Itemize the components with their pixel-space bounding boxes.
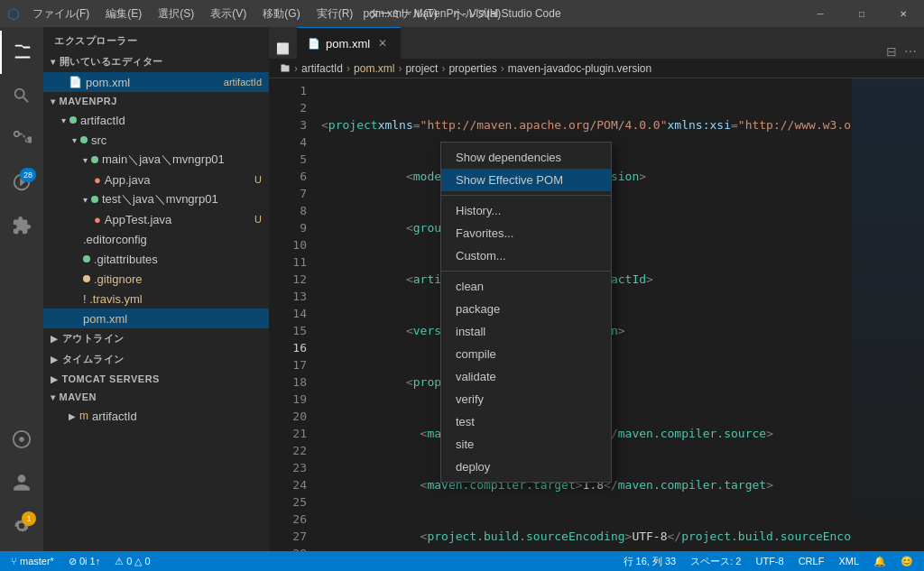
tree-gitattributes[interactable]: .gitattributes <box>43 249 269 269</box>
code-line-9: <project.build.sourceEncoding>UTF-8</pro… <box>314 528 852 545</box>
ctx-deploy[interactable]: deploy <box>441 456 611 478</box>
main-layout: 28 1 エクスプローラー ▾ 開いているエディター <box>0 27 924 551</box>
tree-artifactId[interactable]: ▾ artifactId <box>43 110 269 130</box>
encoding-status[interactable]: UTF-8 <box>752 551 787 571</box>
line-ending-status[interactable]: CRLF <box>795 551 828 571</box>
settings-activity-icon[interactable]: 1 <box>0 504 43 548</box>
feedback-status[interactable]: 😊 <box>897 551 917 571</box>
window-controls: ─ □ ✕ <box>799 0 924 27</box>
remote-status[interactable]: 🔔 <box>870 551 890 571</box>
timeline-label: タイムライン <box>62 353 125 366</box>
maven-artifactid[interactable]: ▶ m artifactId <box>43 406 269 426</box>
ctx-favorites[interactable]: Favorites... <box>441 222 611 244</box>
ctx-package[interactable]: package <box>441 298 611 320</box>
ctx-separator-2 <box>441 271 611 272</box>
breadcrumb-artifactid[interactable]: artifactId <box>301 62 343 75</box>
code-line-1: <project xmlns="http://maven.apache.org/… <box>314 116 852 134</box>
timeline-header[interactable]: ▶ タイムライン <box>43 349 269 370</box>
project-header[interactable]: ▾ MAVENPRJ <box>43 92 269 110</box>
line-ending-label: CRLF <box>799 556 825 566</box>
menu-run[interactable]: 実行(R) <box>310 5 361 23</box>
menu-view[interactable]: 表示(V) <box>203 5 254 23</box>
ctx-compile[interactable]: compile <box>441 343 611 365</box>
explorer-activity-icon[interactable] <box>0 31 43 74</box>
close-button[interactable]: ✕ <box>882 0 924 27</box>
tab-pom-xml[interactable]: 📄 pom.xml ✕ <box>297 27 401 59</box>
extensions-activity-icon[interactable] <box>0 204 43 247</box>
git-branch-label: master* <box>20 556 54 566</box>
breadcrumb-version[interactable]: maven-javadoc-plugin.version <box>508 62 651 75</box>
warnings-status[interactable]: ⚠ 0 △ 0 <box>111 551 153 571</box>
debug-activity-icon[interactable]: 28 <box>0 161 43 204</box>
ctx-show-dependencies[interactable]: Show dependencies <box>441 146 611 169</box>
tree-main-java[interactable]: ▾ main＼java＼mvngrp01 <box>43 150 269 170</box>
maven-header[interactable]: ▾ MAVEN <box>43 388 269 406</box>
ctx-test[interactable]: test <box>441 410 611 433</box>
maven-chevron: ▾ <box>51 392 56 402</box>
cursor-position-label: 行 16, 列 33 <box>624 555 677 568</box>
ctx-show-effective-pom[interactable]: Show Effective POM <box>441 169 611 191</box>
breadcrumb-project[interactable]: project <box>405 62 438 75</box>
maven-icon: m <box>79 410 88 422</box>
maximize-button[interactable]: □ <box>841 0 882 27</box>
explorer-section: ▾ 開いているエディター 📄 pom.xml artifactId ▾ MAVE… <box>43 51 269 551</box>
ctx-separator-1 <box>441 195 611 196</box>
ctx-verify[interactable]: verify <box>441 388 611 410</box>
language-label: XML <box>838 556 859 566</box>
git-branch-status[interactable]: ⑂ master* <box>7 551 58 571</box>
editor-area: ⬜ 📄 pom.xml ✕ ⊟ ⋯ › artifactId › pom.xml <box>269 27 924 551</box>
errors-status[interactable]: ⊘ 0i 1↑ <box>65 551 104 571</box>
tree-pom-xml[interactable]: pom.xml <box>43 309 269 328</box>
breadcrumb-pomxml[interactable]: pom.xml <box>354 62 394 75</box>
ctx-history[interactable]: History... <box>441 199 611 222</box>
breadcrumb-properties[interactable]: properties <box>448 62 496 75</box>
feedback-icon: 😊 <box>901 556 913 567</box>
dot-icon <box>91 196 98 203</box>
ctx-site[interactable]: site <box>441 433 611 456</box>
tree-app-java[interactable]: ● App.java U <box>43 170 269 189</box>
breadcrumb: › artifactId › pom.xml › project › prope… <box>269 59 924 78</box>
open-editors-header[interactable]: ▾ 開いているエディター <box>43 51 269 72</box>
ctx-validate[interactable]: validate <box>441 365 611 388</box>
activity-bar-bottom: 1 <box>0 418 43 551</box>
menu-file[interactable]: ファイル(F) <box>25 5 97 23</box>
remote-activity-icon[interactable] <box>0 418 43 461</box>
search-activity-icon[interactable] <box>0 74 43 117</box>
cursor-position-status[interactable]: 行 16, 列 33 <box>620 551 680 571</box>
tomcat-label: TOMCAT SERVERS <box>62 373 160 384</box>
error-icon: ● <box>94 173 101 187</box>
tree-travis[interactable]: ! .travis.yml <box>43 289 269 309</box>
tree-test-java[interactable]: ▾ test＼java＼mvngrp01 <box>43 189 269 209</box>
editor-content: 12345 678910 1112131415 16 17181920 2122… <box>269 78 924 551</box>
dot-icon <box>69 116 77 124</box>
ctx-clean[interactable]: clean <box>441 275 611 298</box>
menu-go[interactable]: 移動(G) <box>255 5 307 23</box>
accounts-activity-icon[interactable] <box>0 461 43 504</box>
breadcrumb-root[interactable] <box>280 63 291 74</box>
scm-activity-icon[interactable] <box>0 117 43 161</box>
debug-badge: 28 <box>20 168 36 182</box>
menu-select[interactable]: 選択(S) <box>151 5 201 23</box>
minimize-button[interactable]: ─ <box>799 0 841 27</box>
tree-editorconfig[interactable]: .editorconfig <box>43 229 269 249</box>
tomcat-header[interactable]: ▶ TOMCAT SERVERS <box>43 370 269 388</box>
outline-label: アウトライン <box>62 332 125 345</box>
split-editor-icon[interactable]: ⊟ <box>886 44 897 59</box>
more-icon[interactable]: ⋯ <box>904 44 917 59</box>
language-status[interactable]: XML <box>835 551 863 571</box>
status-left: ⑂ master* ⊘ 0i 1↑ ⚠ 0 △ 0 <box>7 551 154 571</box>
tree-item-label: App.java <box>105 173 151 187</box>
minimap <box>852 78 924 551</box>
tree-apptest-java[interactable]: ● AppTest.java U <box>43 209 269 229</box>
open-editor-status: artifactId <box>224 77 269 87</box>
encoding-label: UTF-8 <box>755 556 783 566</box>
outline-header[interactable]: ▶ アウトライン <box>43 328 269 349</box>
tree-gitignore[interactable]: .gitignore <box>43 269 269 289</box>
tree-src[interactable]: ▾ src <box>43 130 269 150</box>
spaces-status[interactable]: スペース: 2 <box>687 551 744 571</box>
menu-edit[interactable]: 編集(E) <box>98 5 149 23</box>
open-editor-item-pom[interactable]: 📄 pom.xml artifactId <box>43 72 269 92</box>
ctx-custom[interactable]: Custom... <box>441 244 611 267</box>
ctx-install[interactable]: install <box>441 320 611 343</box>
tab-close-button[interactable]: ✕ <box>375 36 390 51</box>
